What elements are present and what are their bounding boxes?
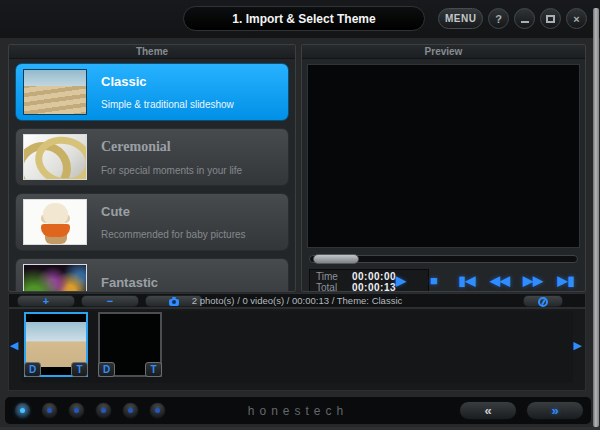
time-label: Time [316, 271, 352, 282]
theme-list: Classic Simple & traditional slideshow C… [9, 59, 295, 292]
next-button[interactable]: » [526, 401, 584, 420]
theme-item-cute[interactable]: Cute Recommended for baby pictures [15, 193, 289, 251]
theme-item-classic[interactable]: Classic Simple & traditional slideshow [15, 63, 289, 121]
clip-thumbnail-1[interactable]: D T [24, 312, 88, 377]
skip-start-button[interactable]: ▮◀ [456, 270, 478, 290]
theme-item-ceremonial[interactable]: Ceremonial For special moments in your l… [15, 128, 289, 186]
total-label: Total [316, 282, 352, 292]
seek-handle[interactable] [313, 254, 359, 264]
classic-thumbnail-image [23, 69, 87, 115]
close-button[interactable]: × [566, 8, 587, 29]
clip-1-title-button[interactable]: T [71, 362, 88, 377]
rewind-button[interactable]: ◀◀ [489, 270, 511, 290]
minimize-icon [521, 21, 529, 23]
capture-button[interactable] [145, 295, 203, 307]
theme-name: Classic [101, 74, 234, 89]
menu-button[interactable]: MENU [438, 8, 483, 29]
rewind-icon: ◀◀ [490, 273, 510, 288]
skip-start-icon: ▮◀ [458, 273, 475, 288]
theme-item-fantastic[interactable]: Fantastic [15, 258, 289, 292]
clip-thumbnail-2[interactable]: D T [98, 312, 162, 377]
skip-end-icon: ▶▮ [557, 273, 574, 288]
help-icon: ? [495, 13, 502, 25]
scroll-left-button[interactable]: ◀ [10, 340, 18, 351]
preview-panel: Preview Time 00:00:00 Total 00:00:13 ▶ ■… [301, 44, 586, 292]
cute-thumbnail-image [23, 199, 87, 245]
theme-description: Simple & traditional slideshow [101, 99, 234, 110]
theme-description: For special moments in your life [101, 165, 242, 176]
theme-name: Cute [101, 204, 246, 219]
fast-forward-button[interactable]: ▶▶ [522, 270, 544, 290]
app-window: 1. Import & Select Theme MENU ? × Theme … [0, 0, 600, 430]
preview-panel-header: Preview [302, 45, 585, 59]
page-title: 1. Import & Select Theme [183, 6, 425, 31]
window-frame-edge [593, 8, 599, 427]
maximize-icon [546, 15, 555, 23]
clip-1-decoration-button[interactable]: D [24, 362, 41, 377]
wizard-nav: « » [459, 401, 584, 420]
fantastic-thumbnail-image [23, 264, 87, 292]
remove-photo-button[interactable]: − [81, 295, 139, 307]
theme-description: Recommended for baby pictures [101, 229, 246, 240]
ceremonial-thumbnail-image [23, 134, 87, 180]
maximize-button[interactable] [540, 8, 561, 29]
theme-name: Ceremonial [101, 139, 242, 155]
clip-2-title-button[interactable]: T [145, 362, 162, 377]
clip-strip: ◀ D T D T ▶ [8, 308, 586, 391]
help-button[interactable]: ? [488, 8, 509, 29]
add-photo-button[interactable]: + [17, 295, 75, 307]
footer-bar: honestech « » [5, 397, 591, 424]
info-icon [538, 297, 548, 307]
seek-bar[interactable] [309, 255, 578, 263]
fast-forward-icon: ▶▶ [523, 273, 543, 288]
theme-panel-header: Theme [9, 45, 295, 59]
clip-2-decoration-button[interactable]: D [98, 362, 115, 377]
minimize-button[interactable] [514, 8, 535, 29]
back-button[interactable]: « [459, 401, 517, 420]
theme-name: Fantastic [101, 275, 158, 290]
titlebar: 1. Import & Select Theme MENU ? × [0, 0, 600, 38]
preview-screen [307, 64, 580, 248]
camera-icon [169, 299, 179, 306]
playback-controls: ▶ ■ ▮◀ ◀◀ ▶▶ ▶▮ [390, 270, 577, 290]
stop-button[interactable]: ■ [423, 270, 445, 290]
info-button[interactable] [523, 295, 563, 307]
theme-panel: Theme Classic Simple & traditional slide… [8, 44, 296, 292]
stop-icon: ■ [430, 273, 438, 288]
play-icon: ▶ [396, 273, 406, 288]
play-button[interactable]: ▶ [390, 270, 412, 290]
skip-end-button[interactable]: ▶▮ [555, 270, 577, 290]
scroll-right-button[interactable]: ▶ [574, 340, 582, 351]
close-icon: × [573, 13, 579, 25]
clip-toolbar: + − 2 photo(s) / 0 video(s) / 00:00:13 /… [8, 293, 586, 308]
titlebar-buttons: MENU ? × [438, 8, 587, 29]
